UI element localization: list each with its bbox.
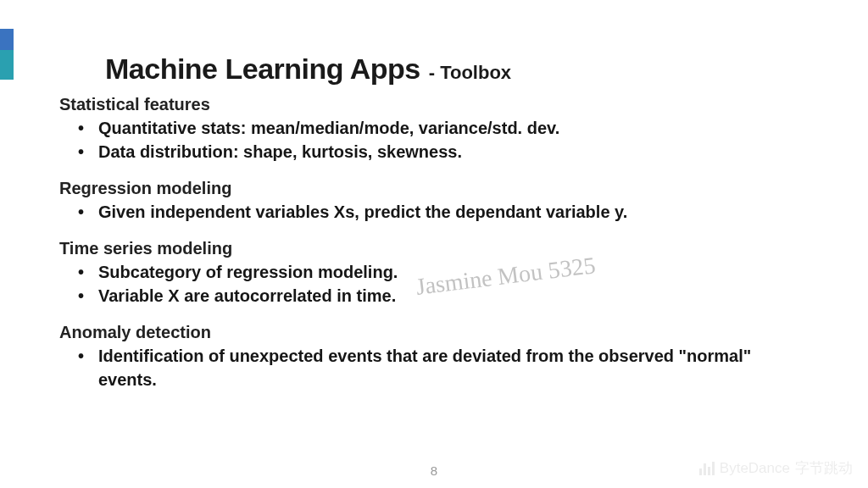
slide-title: Machine Learning Apps - Toolbox: [105, 53, 511, 86]
list-item: Variable X are autocorrelated in time.: [59, 284, 805, 308]
list-item: Given independent variables Xs, predict …: [59, 200, 805, 224]
slide-content: Statistical features Quantitative stats:…: [59, 95, 805, 391]
list-item: Identification of unexpected events that…: [59, 344, 805, 391]
title-sub: - Toolbox: [429, 62, 511, 84]
section-heading: Time series modeling: [59, 239, 805, 258]
section-heading: Regression modeling: [59, 179, 805, 198]
title-main: Machine Learning Apps: [105, 53, 420, 86]
brand-en: ByteDance: [720, 460, 790, 477]
brand-bars-icon: [699, 462, 715, 475]
side-accent-icon: [0, 29, 14, 88]
list-item: Quantitative stats: mean/median/mode, va…: [59, 116, 805, 140]
list-item: Subcategory of regression modeling.: [59, 260, 805, 284]
brand-cn: 字节跳动: [795, 458, 853, 478]
section-heading: Anomaly detection: [59, 323, 805, 342]
list-item: Data distribution: shape, kurtosis, skew…: [59, 140, 805, 164]
section-heading: Statistical features: [59, 95, 805, 114]
brand-logo: ByteDance 字节跳动: [699, 458, 853, 478]
